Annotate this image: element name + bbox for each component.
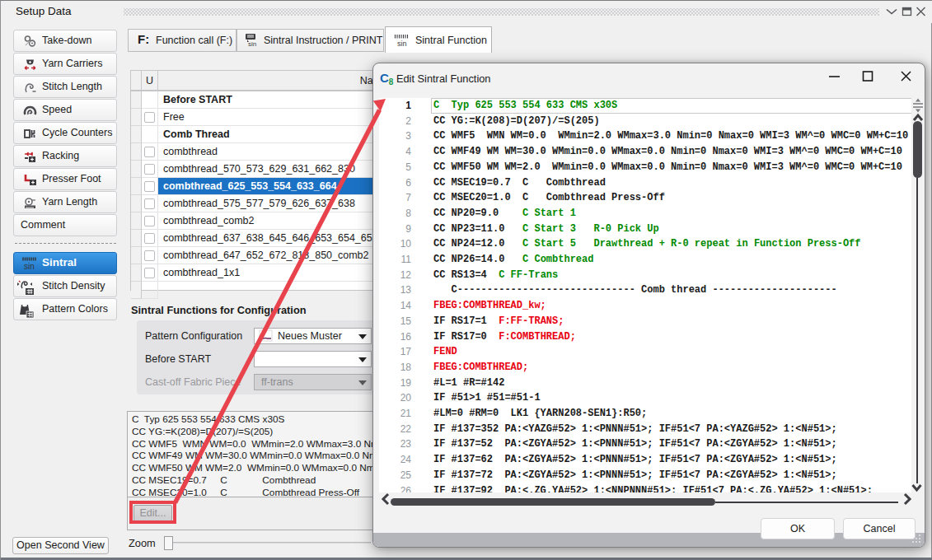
svg-text:sin: sin <box>24 262 35 271</box>
svg-text:sin: sin <box>248 40 256 48</box>
svg-text:sin: sin <box>397 40 407 48</box>
